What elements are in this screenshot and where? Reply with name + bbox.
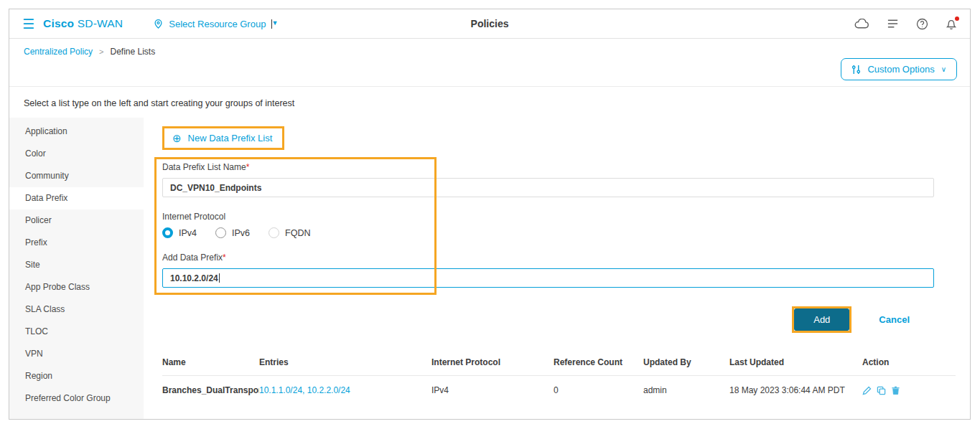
content-panel: ⊕ New Data Prefix List Data Prefix List …: [144, 118, 971, 419]
brand-logo: Cisco SD-WAN: [43, 17, 123, 30]
form-actions: Add Cancel: [162, 306, 934, 333]
radio-ipv4-label: IPv4: [179, 228, 197, 238]
sidebar-item-data-prefix[interactable]: Data Prefix: [9, 187, 144, 209]
sidebar-item-community[interactable]: Community: [9, 165, 144, 187]
cancel-button[interactable]: Cancel: [879, 314, 910, 325]
radio-fqdn-label: FQDN: [285, 228, 310, 238]
sliders-icon: [851, 65, 861, 75]
sidebar-item-sla-class[interactable]: SLA Class: [9, 298, 144, 321]
edit-pencil-icon[interactable]: [862, 386, 872, 395]
sub-header: Centralized Policy > Define Lists Custom…: [9, 39, 970, 87]
radio-selected-icon[interactable]: [162, 227, 173, 238]
caret-down-icon: ▼: [271, 19, 272, 29]
protocol-radio-group: IPv4 IPv6 FQDN: [162, 227, 956, 238]
sidebar-item-application[interactable]: Application: [9, 121, 144, 143]
delete-trash-icon[interactable]: [891, 386, 900, 395]
row-actions: [862, 386, 956, 395]
breadcrumb-centralized-policy[interactable]: Centralized Policy: [24, 47, 93, 57]
chevron-down-icon: ∨: [941, 65, 946, 73]
row-last-updated: 18 May 2023 3:06:44 AM PDT: [729, 385, 862, 395]
required-asterisk: *: [246, 162, 250, 172]
row-updated-by: admin: [643, 385, 729, 395]
prefix-input-value: 10.10.2.0/24: [170, 273, 218, 283]
row-name: Branches_DualTransport...: [162, 385, 259, 395]
task-list-icon[interactable]: [887, 19, 899, 29]
table-header-row: Name Entries Internet Protocol Reference…: [162, 357, 956, 376]
data-prefix-list-table: Name Entries Internet Protocol Reference…: [162, 357, 956, 405]
radio-disabled-icon: [269, 227, 279, 238]
help-icon[interactable]: [916, 18, 928, 30]
radio-ipv6-label: IPv6: [232, 228, 250, 238]
prefix-field-label: Add Data Prefix*: [162, 253, 956, 263]
notification-dot: [955, 16, 959, 21]
sidebar-item-policer[interactable]: Policer: [9, 209, 144, 232]
custom-options-label: Custom Options: [867, 64, 934, 75]
radio-ipv4[interactable]: IPv4: [162, 227, 197, 238]
row-protocol: IPv4: [431, 385, 554, 395]
col-updated-by: Updated By: [643, 357, 729, 367]
app-window: ☰ Cisco SD-WAN Select Resource Group ▼ P…: [9, 9, 971, 420]
sidebar-item-tloc[interactable]: TLOC: [9, 321, 144, 343]
required-asterisk: *: [223, 253, 226, 263]
protocol-field-label: Internet Protocol: [162, 212, 956, 222]
breadcrumb: Centralized Policy > Define Lists: [24, 47, 957, 57]
resource-group-label: Select Resource Group: [169, 19, 266, 29]
data-prefix-form: Data Prefix List Name* Internet Protocol…: [162, 162, 956, 288]
sidebar-item-site[interactable]: Site: [9, 254, 144, 276]
custom-options-button[interactable]: Custom Options ∨: [841, 58, 957, 80]
brand-cisco: Cisco: [43, 17, 74, 29]
col-last-updated: Last Updated: [729, 357, 862, 367]
breadcrumb-separator: >: [99, 47, 103, 56]
location-pin-icon: [153, 19, 164, 29]
cloud-icon[interactable]: [854, 19, 869, 29]
col-entries: Entries: [259, 357, 431, 367]
add-data-prefix-input[interactable]: 10.10.2.0/24: [162, 268, 934, 288]
sidebar-item-preferred-color-group[interactable]: Preferred Color Group: [9, 387, 144, 410]
radio-unselected-icon[interactable]: [215, 227, 226, 238]
new-data-prefix-list-button[interactable]: ⊕ New Data Prefix List: [164, 128, 282, 148]
col-action: Action: [862, 357, 956, 367]
header-icon-group: [854, 18, 957, 30]
copy-icon[interactable]: [877, 386, 886, 395]
table-row: Branches_DualTransport... 10.1.1.0/24, 1…: [162, 376, 956, 405]
sidebar-item-color[interactable]: Color: [9, 143, 144, 165]
page-title: Policies: [471, 18, 509, 29]
intro-text: Select a list type on the left and start…: [9, 87, 970, 118]
resource-group-selector[interactable]: Select Resource Group ▼: [153, 19, 272, 29]
sidebar-item-vpn[interactable]: VPN: [9, 343, 144, 365]
data-prefix-list-name-input[interactable]: [162, 178, 934, 197]
radio-fqdn: FQDN: [269, 227, 310, 238]
add-button-annotation-box: Add: [792, 306, 851, 333]
sidebar-item-region[interactable]: Region: [9, 365, 144, 387]
breadcrumb-define-lists: Define Lists: [110, 47, 155, 57]
col-reference-count: Reference Count: [554, 357, 643, 367]
brand-product: SD-WAN: [74, 17, 123, 29]
menu-icon[interactable]: ☰: [22, 17, 34, 31]
sidebar-item-app-probe-class[interactable]: App Probe Class: [9, 276, 144, 298]
row-reference-count: 0: [554, 385, 643, 395]
list-type-sidebar: Application Color Community Data Prefix …: [9, 118, 144, 419]
sidebar-item-prefix[interactable]: Prefix: [9, 232, 144, 254]
plus-circle-icon: ⊕: [172, 133, 182, 143]
add-button[interactable]: Add: [794, 308, 849, 331]
row-entries-link[interactable]: 10.1.1.0/24, 10.2.2.0/24: [259, 385, 431, 395]
new-list-button-label: New Data Prefix List: [188, 133, 273, 143]
radio-ipv6[interactable]: IPv6: [215, 227, 250, 238]
col-name: Name: [162, 357, 259, 367]
notifications-bell-icon[interactable]: [946, 18, 957, 30]
text-cursor: [219, 273, 220, 283]
new-list-annotation-box: ⊕ New Data Prefix List: [162, 126, 284, 150]
name-field-label: Data Prefix List Name*: [162, 162, 956, 172]
col-internet-protocol: Internet Protocol: [431, 357, 554, 367]
app-header: ☰ Cisco SD-WAN Select Resource Group ▼ P…: [9, 9, 970, 39]
